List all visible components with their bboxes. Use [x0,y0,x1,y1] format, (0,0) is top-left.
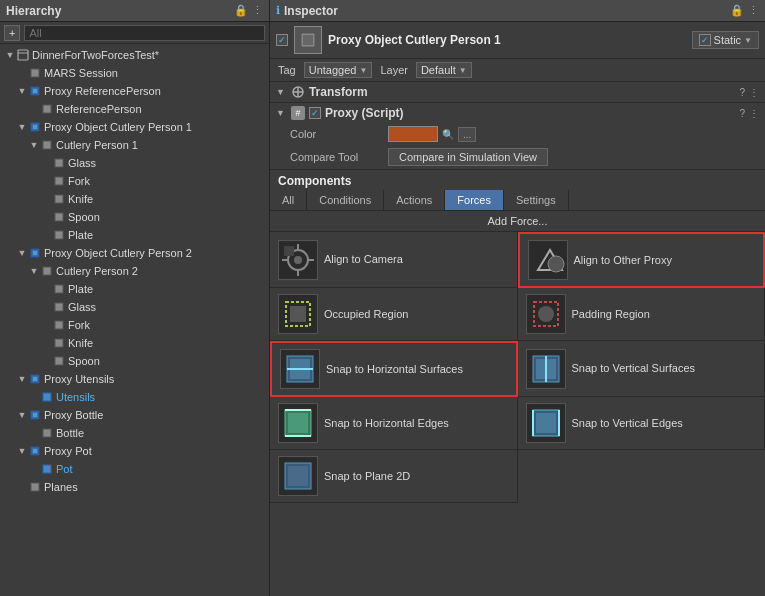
tree-toggle-proxy-bottle[interactable] [16,410,28,420]
inspector-lock-icon: 🔒 [730,4,744,17]
tree-toggle-proxy-cutlery2[interactable] [16,248,28,258]
tag-layer-row: Tag Untagged ▼ Layer Default ▼ [270,59,765,82]
search-input[interactable] [24,25,265,41]
tree-label-proxy-bottle: Proxy Bottle [44,409,103,421]
tag-value: Untagged [309,64,357,76]
static-checkbox[interactable] [699,34,711,46]
tree-toggle-proxy-pot[interactable] [16,446,28,456]
tree-toggle-proxy-cutlery1[interactable] [16,122,28,132]
tree-item-knife2[interactable]: Knife [0,334,269,352]
tree-label-fork2: Fork [68,319,90,331]
tree-item-proxy-cutlery2[interactable]: Proxy Object Cutlery Person 2 [0,244,269,262]
tree-label-pot: Pot [56,463,73,475]
svg-rect-74 [288,466,308,486]
tree-toggle-proxy-utensils[interactable] [16,374,28,384]
force-item-align-proxy[interactable]: Align to Other Proxy [518,232,766,288]
tree-label-glass1: Glass [68,157,96,169]
svg-rect-16 [43,267,51,275]
tree-icon-fork2 [52,318,66,332]
force-item-snap-horizontal[interactable]: Snap to Horizontal Surfaces [270,341,518,397]
tree-item-mars[interactable]: MARS Session [0,64,269,82]
tree-label-mars: MARS Session [44,67,118,79]
inspector-panel: ℹ Inspector 🔒 ⋮ Proxy Object Cutlery Per… [270,0,765,596]
compare-tool-label: Compare Tool [290,151,380,163]
proxy-enabled-checkbox[interactable] [309,107,321,119]
tag-select[interactable]: Untagged ▼ [304,62,373,78]
tree-item-dinner[interactable]: DinnerForTwoForcesTest* [0,46,269,64]
tree-item-glass1[interactable]: Glass [0,154,269,172]
proxy-menu[interactable]: ⋮ [749,108,759,119]
tree-item-pot[interactable]: Pot [0,460,269,478]
tree-item-spoon1[interactable]: Spoon [0,208,269,226]
force-icon-snap-horiz-edges [278,403,318,443]
transform-menu[interactable]: ⋮ [749,87,759,98]
proxy-icons: ? ⋮ [739,108,759,119]
inspector-content: Proxy Object Cutlery Person 1 Static ▼ T… [270,22,765,596]
compare-simulation-button[interactable]: Compare in Simulation View [388,148,548,166]
tree-item-spoon2[interactable]: Spoon [0,352,269,370]
tree-item-knife1[interactable]: Knife [0,190,269,208]
tree-item-plate1[interactable]: Plate [0,226,269,244]
tab-all[interactable]: All [270,190,307,210]
tab-forces[interactable]: Forces [445,190,504,210]
hierarchy-title: Hierarchy [6,4,61,18]
transform-help[interactable]: ? [739,87,745,98]
eyedropper-icon[interactable]: 🔍 [442,129,454,140]
force-item-snap-plane-2d[interactable]: Snap to Plane 2D [270,450,518,503]
transform-title: Transform [309,85,368,99]
tree-item-ref-person[interactable]: ReferencePerson [0,100,269,118]
tree-toggle-cutlery2[interactable] [28,266,40,276]
tree-item-fork2[interactable]: Fork [0,316,269,334]
tab-actions[interactable]: Actions [384,190,445,210]
static-badge[interactable]: Static ▼ [692,31,759,49]
inspector-header: ℹ Inspector 🔒 ⋮ [270,0,765,22]
tree-item-plate2[interactable]: Plate [0,280,269,298]
tab-settings[interactable]: Settings [504,190,569,210]
tree-item-proxy-pot[interactable]: Proxy Pot [0,442,269,460]
tree-label-spoon2: Spoon [68,355,100,367]
force-item-align-camera[interactable]: Align to Camera [270,232,518,288]
transform-header[interactable]: Transform ? ⋮ [270,82,765,102]
force-item-padding-region[interactable]: Padding Region [518,288,766,341]
force-item-snap-vert-edges[interactable]: Snap to Vertical Edges [518,397,766,450]
tree-item-planes[interactable]: Planes [0,478,269,496]
tree-item-fork1[interactable]: Fork [0,172,269,190]
tree-item-utensils[interactable]: Utensils [0,388,269,406]
tree-icon-fork1 [52,174,66,188]
svg-rect-12 [55,213,63,221]
color-value: 🔍 ... [388,126,757,142]
tree-label-proxy-utensils: Proxy Utensils [44,373,114,385]
tree-icon-bottle [40,426,54,440]
tree-item-cutlery1[interactable]: Cutlery Person 1 [0,136,269,154]
color-more-btn[interactable]: ... [458,127,476,142]
tree-item-proxy-utensils[interactable]: Proxy Utensils [0,370,269,388]
force-label-snap-horizontal: Snap to Horizontal Surfaces [326,362,463,376]
force-item-snap-horiz-edges[interactable]: Snap to Horizontal Edges [270,397,518,450]
object-enabled-checkbox[interactable] [276,34,288,46]
svg-rect-23 [33,377,37,381]
inspector-header-icons: 🔒 ⋮ [730,4,759,17]
lock-icon: 🔒 [234,4,248,17]
force-item-snap-vertical[interactable]: Snap to Vertical Surfaces [518,341,766,397]
tree-toggle-dinner[interactable] [4,50,16,60]
tree-toggle-cutlery1[interactable] [28,140,40,150]
tree-toggle-proxy-ref[interactable] [16,86,28,96]
tree-item-proxy-cutlery1[interactable]: Proxy Object Cutlery Person 1 [0,118,269,136]
proxy-help[interactable]: ? [739,108,745,119]
tree-item-cutlery2[interactable]: Cutlery Person 2 [0,262,269,280]
layer-select[interactable]: Default ▼ [416,62,472,78]
tree-item-bottle[interactable]: Bottle [0,424,269,442]
tree-label-plate1: Plate [68,229,93,241]
tree-item-glass2[interactable]: Glass [0,298,269,316]
tab-conditions[interactable]: Conditions [307,190,384,210]
proxy-header[interactable]: # Proxy (Script) ? ⋮ [270,103,765,123]
tree-item-proxy-bottle[interactable]: Proxy Bottle [0,406,269,424]
add-force-button[interactable]: Add Force... [270,211,765,232]
more-icon: ⋮ [252,4,263,17]
force-item-occupied-region[interactable]: Occupied Region [270,288,518,341]
tree-item-proxy-ref[interactable]: Proxy ReferencePerson [0,82,269,100]
svg-rect-31 [31,483,39,491]
svg-rect-11 [55,195,63,203]
color-swatch[interactable] [388,126,438,142]
add-button[interactable]: + [4,25,20,41]
